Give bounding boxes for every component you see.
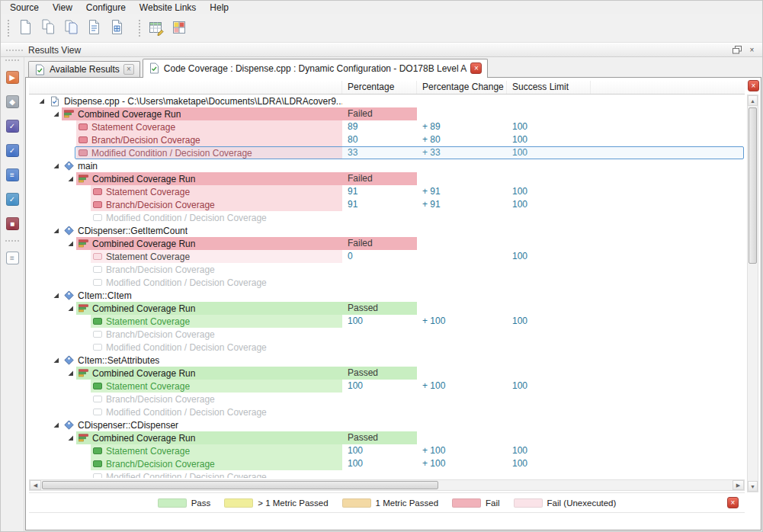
success-limit-cell [507, 172, 591, 185]
tab-close-button[interactable]: × [470, 62, 482, 74]
edit-grid-icon [148, 19, 165, 38]
tree-row[interactable]: Branch/Decision Coverage [29, 328, 745, 341]
tree-row[interactable]: Modified Condition / Decision Coverage [29, 276, 745, 289]
expand-arrow-icon[interactable] [50, 354, 62, 367]
tree-row[interactable]: Branch/Decision Coverage [29, 393, 745, 405]
tree-row[interactable]: Statement Coverage100+ 100100 [29, 380, 745, 393]
menu-item-website-links[interactable]: Website Links [133, 1, 203, 14]
tree-row[interactable]: Dispense.cpp - C:\Users\maketape\Documen… [29, 95, 745, 107]
expand-arrow-icon[interactable] [65, 431, 76, 444]
coverage-item-label: Modified Condition / Decision Coverage [91, 148, 252, 159]
menu-item-configure[interactable]: Configure [79, 1, 133, 14]
menu-item-view[interactable]: View [46, 1, 79, 14]
sidebar-tool-7[interactable]: ■ [5, 216, 21, 232]
percentage-change-cell [417, 418, 507, 431]
tree-row[interactable]: CDispenser::GetItemCount [29, 224, 745, 237]
sidebar-tool-2[interactable]: ◆ [5, 94, 21, 110]
tree-row[interactable]: Combined Coverage RunFailed [29, 107, 745, 120]
menu-item-help[interactable]: Help [203, 1, 236, 14]
tree-row[interactable]: Modified Condition / Decision Coverage [29, 405, 745, 418]
close-legend-button[interactable]: × [727, 497, 739, 508]
content-area: Available Results×Code Coverage : Dispen… [24, 57, 762, 531]
tree-row[interactable]: Modified Condition / Decision Coverage [29, 341, 745, 354]
indent-spacer [29, 328, 79, 341]
sidebar-tool-8[interactable]: ≡ [5, 250, 21, 266]
legend-swatch [158, 498, 187, 508]
horizontal-scrollbar[interactable]: ◀ ▶ [29, 479, 745, 491]
horizontal-scroll-thumb[interactable] [42, 481, 438, 489]
sidebar-tool-4[interactable]: ✓ [5, 143, 21, 159]
sidebar-tool-5[interactable]: ≡ [5, 167, 21, 183]
toolbar-button-copy-document[interactable] [37, 17, 59, 40]
vertical-scrollbar[interactable]: ▲ ▼ [747, 95, 758, 492]
expand-arrow-icon[interactable] [50, 159, 62, 172]
arrow-slot [65, 133, 76, 146]
percentage-cell: Failed [342, 237, 417, 250]
sidebar-tool-6[interactable]: ✓ [5, 191, 21, 207]
coverage-item-label: Statement Coverage [106, 187, 190, 197]
scroll-down-button[interactable]: ▼ [748, 481, 758, 492]
expand-arrow-icon[interactable] [50, 418, 62, 431]
toolbar-button-coverage-grid[interactable] [168, 17, 191, 40]
indent-spacer [29, 393, 79, 405]
strip-separator [5, 59, 19, 61]
percentage-cell: Passed [342, 367, 417, 380]
tree-row[interactable]: Combined Coverage RunFailed [29, 172, 745, 185]
sidebar-tool-1[interactable]: ▶ [5, 69, 21, 85]
tree-row[interactable]: Statement Coverage100+ 100100 [29, 315, 745, 328]
tree-row[interactable]: Branch/Decision Coverage80+ 80100 [29, 133, 745, 146]
tree-row[interactable]: Statement Coverage100+ 100100 [29, 444, 745, 457]
expand-arrow-icon[interactable] [65, 172, 76, 185]
tree-row[interactable]: Statement Coverage0100 [29, 250, 745, 263]
expand-arrow-icon[interactable] [50, 107, 62, 120]
tree-cell: Statement Coverage [29, 444, 342, 457]
arrow-slot [79, 380, 91, 393]
expand-arrow-icon[interactable] [65, 237, 76, 250]
toolbar-button-duplicate-document[interactable] [59, 17, 82, 40]
tree-row[interactable]: Branch/Decision Coverage [29, 263, 745, 276]
indent-spacer [29, 380, 79, 393]
tree-row[interactable]: Combined Coverage RunFailed [29, 237, 745, 250]
expand-arrow-icon[interactable] [36, 95, 47, 107]
tree-row[interactable]: Branch/Decision Coverage100+ 100100 [29, 457, 745, 470]
indent-spacer [29, 405, 79, 418]
tree-row[interactable]: Combined Coverage RunPassed [29, 431, 745, 444]
scroll-right-button[interactable]: ▶ [733, 480, 744, 490]
tree-row[interactable]: main [29, 159, 745, 172]
tree-row[interactable]: CItem::CItem [29, 289, 745, 302]
tab-close-button[interactable]: × [123, 64, 134, 75]
toolbar-button-new-document[interactable] [14, 17, 37, 40]
tree-row[interactable]: CItem::SetAttributes [29, 354, 745, 367]
expand-arrow-icon[interactable] [50, 289, 62, 302]
scroll-left-button[interactable]: ◀ [30, 480, 41, 490]
sidebar-tool-3[interactable]: ✓ [5, 118, 21, 134]
tree-row[interactable]: CDispenser::CDispenser [29, 418, 745, 431]
tree-row[interactable]: Modified Condition / Decision Coverage [29, 470, 745, 478]
expand-arrow-icon[interactable] [50, 224, 62, 237]
toolbar-button-grid-document[interactable] [105, 17, 128, 40]
tree-row[interactable]: Statement Coverage91+ 91100 [29, 185, 745, 198]
close-result-button[interactable]: × [748, 80, 759, 91]
tree-row[interactable]: Combined Coverage RunPassed [29, 302, 745, 315]
toolbar-button-report-document[interactable] [82, 17, 105, 40]
tab-code-coverage-dispense[interactable]: Code Coverage : Dispense.cpp : Dynamic C… [143, 59, 489, 78]
scroll-up-button[interactable]: ▲ [748, 95, 758, 106]
menu-item-source[interactable]: Source [3, 1, 46, 14]
expand-arrow-icon[interactable] [65, 367, 76, 380]
percentage-change-cell: + 33 [417, 146, 507, 159]
float-panel-button[interactable] [730, 44, 743, 56]
tab-available-results[interactable]: Available Results× [28, 61, 140, 77]
tree-row[interactable]: Modified Condition / Decision Coverage33… [29, 146, 745, 159]
tree-row[interactable]: Branch/Decision Coverage91+ 91100 [29, 198, 745, 211]
expand-arrow-icon[interactable] [65, 302, 76, 315]
close-panel-button[interactable]: × [745, 44, 758, 56]
tree-row[interactable]: Statement Coverage89+ 89100 [29, 120, 745, 133]
tree-row[interactable]: Combined Coverage RunPassed [29, 367, 745, 380]
tree-row[interactable]: Modified Condition / Decision Coverage [29, 211, 745, 224]
toolbar-button-edit-grid[interactable] [145, 17, 168, 40]
arrow-slot [79, 457, 91, 470]
vertical-scroll-thumb[interactable] [749, 107, 757, 264]
row-filler [591, 250, 745, 263]
coverage-item-label: Modified Condition / Decision Coverage [106, 472, 267, 479]
coverage-item-label: CItem::CItem [78, 290, 132, 301]
